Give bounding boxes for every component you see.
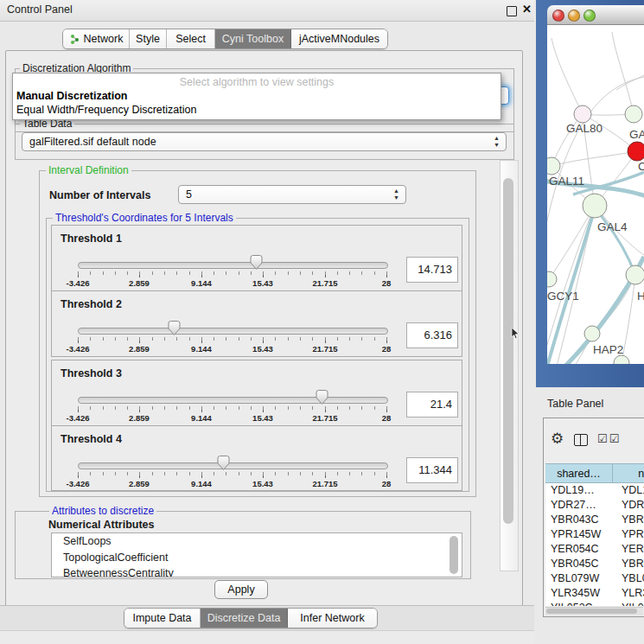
interval-definition-title: Interval Definition (46, 164, 131, 176)
threshold-1-value-field[interactable]: 14.713 (406, 257, 458, 283)
popup-item-equal-width[interactable]: Equal Width/Frequency Discretization (16, 104, 196, 116)
popup-item-manual-discretization[interactable]: Manual Discretization (16, 90, 128, 102)
tick-label: 21.715 (312, 344, 337, 354)
threshold-1-label: Threshold 1 (61, 233, 122, 245)
mouse-cursor (511, 328, 520, 340)
node-hap2[interactable] (584, 326, 600, 341)
close-icon[interactable]: ✕ (522, 4, 532, 14)
hscrollbar-track[interactable] (545, 607, 643, 615)
tab-network[interactable]: Network (63, 29, 130, 48)
node-label: GCY1 (547, 290, 579, 303)
table-row[interactable]: YDR27…YDR27… (545, 498, 644, 513)
node-red-selected[interactable] (628, 142, 644, 161)
control-panel-tabbar: Network Style Select Cyni Toolbox jActiv… (62, 29, 388, 49)
tick-label: 21.715 (312, 479, 337, 488)
threshold-1-slider-track[interactable] (78, 262, 388, 269)
threshold-4-slider-thumb[interactable] (216, 455, 231, 471)
threshold-4-slider-track[interactable] (78, 462, 388, 469)
table-data-combo[interactable]: galFiltered.sif default node ▲▼ (22, 132, 507, 151)
threshold-4-value-field[interactable]: 11.344 (406, 457, 458, 483)
node-top-right[interactable] (625, 105, 642, 123)
node-bottom-partial[interactable] (614, 355, 629, 364)
bottom-filler (0, 630, 534, 644)
table-row[interactable]: YLR345WYLR345W (545, 586, 644, 601)
table-panel-title: Table Panel (547, 398, 603, 410)
node-gal11[interactable] (547, 157, 560, 175)
tick-label: 2.859 (129, 413, 150, 423)
node-gcy1[interactable] (547, 271, 557, 287)
column-header-shared-name[interactable]: shared… (545, 463, 613, 483)
tick-label: 9.144 (191, 278, 212, 288)
tick-label: 9.144 (191, 413, 212, 423)
node-h[interactable] (626, 265, 644, 284)
tab-impute-data[interactable]: Impute Data (124, 609, 201, 628)
tick-label: 2.859 (129, 479, 150, 488)
threshold-3-value-field[interactable]: 21.4 (406, 392, 458, 418)
tab-infer-network[interactable]: Infer Network (288, 609, 377, 628)
bottom-tabbar: Impute Data Discretize Data Infer Networ… (124, 608, 378, 628)
threshold-2-slider-thumb[interactable] (167, 320, 182, 336)
stepper-icon: ▲▼ (393, 188, 399, 201)
table-row[interactable]: YBL079WYBL079W (545, 571, 644, 586)
table-row[interactable]: YIL052CYIL052C (545, 601, 644, 606)
tab-discretize-data[interactable]: Discretize Data (201, 609, 288, 628)
threshold-3-box: Threshold 3 -3.426 2.859 9.144 15.43 21.… (51, 360, 462, 426)
minimize-traffic-light[interactable] (568, 10, 580, 22)
threshold-3-slider-track[interactable] (78, 397, 388, 404)
network-icon (69, 34, 80, 45)
apply-button[interactable]: Apply (214, 580, 268, 599)
table-row[interactable]: YDL19…YDL19… (545, 483, 644, 498)
node-label: GA (629, 128, 644, 141)
tick-label: 9.144 (191, 479, 212, 488)
algorithm-dropdown-popup: Select algorithm to view settings Manual… (12, 73, 501, 120)
list-item[interactable]: SelfLoops (52, 533, 462, 550)
table-row[interactable]: YBR045CYBR045C (545, 557, 644, 571)
tick-label: -3.426 (67, 413, 90, 423)
table-row[interactable]: YPR145WYPR145W (545, 527, 644, 542)
hscrollbar-thumb[interactable] (546, 609, 637, 614)
threshold-1-slider-thumb[interactable] (249, 254, 264, 271)
tab-cyni-toolbox[interactable]: Cyni Toolbox (215, 29, 291, 48)
threshold-2-box: Threshold 2 -3.426 2.859 9.144 15.43 21.… (51, 290, 462, 357)
tab-select[interactable]: Select (167, 29, 215, 48)
tick-label: -3.426 (67, 479, 90, 488)
tick-label: 15.43 (252, 413, 273, 423)
column-header-name[interactable]: name (613, 463, 644, 483)
screen: Control Panel ✕ Network Style Select Cyn… (0, 0, 644, 644)
attributes-group-title: Attributes to discretize (49, 505, 156, 517)
node-gal80[interactable] (574, 105, 591, 123)
numerical-attributes-label: Numerical Attributes (48, 519, 154, 531)
tab-jactivemnodules[interactable]: jActiveMNodules (291, 29, 387, 48)
algorithm-hint-item[interactable]: Select algorithm to view settings (13, 76, 501, 88)
node-label: C (638, 160, 644, 173)
number-of-intervals-combo[interactable]: 5 ▲▼ (178, 185, 406, 204)
checkbox-icons[interactable]: ☑☑ (597, 432, 621, 445)
threshold-2-label: Threshold 2 (61, 298, 122, 310)
settings-scrollbar-thumb[interactable] (503, 178, 513, 524)
threshold-2-value-field[interactable]: 6.316 (406, 322, 458, 348)
zoom-traffic-light[interactable] (583, 10, 596, 22)
gear-icon[interactable]: ⚙ (551, 430, 564, 448)
network-canvas[interactable]: GAL80 GA C GAL11 GAL4 GCY1 H HAP2 (547, 25, 644, 364)
threshold-2-slider-track[interactable] (78, 328, 388, 335)
tick-label: 2.859 (129, 278, 150, 288)
table-row[interactable]: YBR043CYBR043C (545, 513, 644, 527)
list-item[interactable]: BetweennessCentrality (52, 565, 462, 577)
slider-minor-ticks (78, 406, 387, 410)
table-row[interactable]: YER054CYER054C (545, 542, 644, 557)
float-window-icon[interactable] (507, 6, 517, 16)
list-item[interactable]: TopologicalCoefficient (52, 550, 462, 566)
node-label: HAP2 (593, 343, 623, 356)
threshold-4-label: Threshold 4 (61, 433, 122, 445)
list-scrollbar-thumb[interactable] (450, 536, 458, 574)
stepper-icon: ▲▼ (494, 135, 500, 149)
node-label: GAL4 (597, 220, 628, 233)
node-gal4[interactable] (583, 194, 607, 218)
tab-style[interactable]: Style (130, 29, 167, 48)
network-window-titlebar[interactable] (547, 5, 644, 25)
split-columns-icon[interactable] (574, 434, 588, 446)
control-panel-titlebar: Control Panel (0, 0, 534, 22)
tick-label: 21.715 (312, 413, 337, 423)
threshold-3-slider-thumb[interactable] (315, 389, 329, 405)
close-traffic-light[interactable] (552, 10, 564, 22)
